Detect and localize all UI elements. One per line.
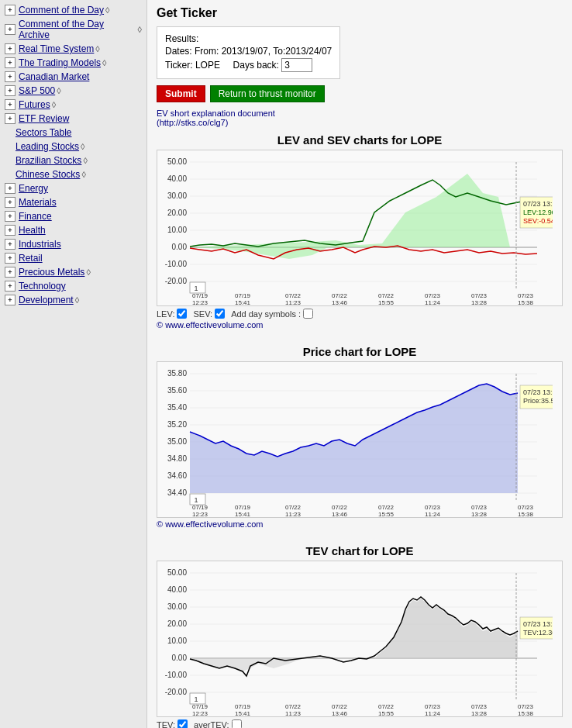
avertev-checkbox-label: averTEV: [194, 719, 241, 728]
sidebar-item-canadian-market[interactable]: +Canadian Market [0, 70, 146, 84]
svg-text:07/22: 07/22 [285, 292, 302, 299]
sidebar-label-canadian-market: Canadian Market [19, 71, 89, 82]
svg-text:13:46: 13:46 [332, 710, 348, 716]
svg-text:07/23 13:56:: 07/23 13:56: [523, 388, 553, 396]
svg-text:07/22: 07/22 [378, 292, 395, 299]
sidebar-item-health[interactable]: +Health [0, 223, 146, 237]
sidebar-item-comment-of-day[interactable]: +Comment of the Day ◊ [0, 3, 146, 17]
svg-text:12:23: 12:23 [192, 511, 208, 517]
sidebar-suffix-comment-archive: ◊ [138, 25, 142, 34]
svg-text:LEV:12.906: LEV:12.906 [523, 209, 553, 216]
sidebar-suffix-brazilian-stocks: ◊ [83, 156, 87, 165]
svg-text:07/19: 07/19 [192, 703, 208, 710]
days-back-input[interactable] [281, 58, 312, 72]
sidebar-item-development[interactable]: +Development ◊ [0, 293, 146, 307]
sidebar-icon-sp500: + [5, 85, 16, 96]
svg-text:40.00: 40.00 [167, 174, 187, 183]
sidebar-item-chinese-stocks[interactable]: Chinese Stocks ◊ [0, 167, 146, 181]
sev-checkbox[interactable] [215, 309, 225, 319]
sidebar-icon-etf-review: + [5, 113, 16, 124]
lev-sev-chart-footer: LEV: SEV: Add day symbols : [157, 309, 563, 319]
avertev-checkbox[interactable] [232, 719, 242, 728]
sidebar-item-real-time-system[interactable]: +Real Time System ◊ [0, 42, 146, 56]
svg-text:07/22: 07/22 [285, 703, 302, 710]
sidebar-item-sectors-table[interactable]: Sectors Table [0, 126, 146, 140]
add-day-checkbox-label: Add day symbols : [231, 309, 313, 319]
svg-marker-58 [190, 384, 518, 493]
sidebar-item-retail[interactable]: +Retail [0, 251, 146, 265]
sidebar-icon-technology: + [5, 281, 16, 292]
lev-sev-chart-section: LEV and SEV charts for LOPE 50.00 40.00 … [157, 133, 563, 329]
svg-text:07/23: 07/23 [518, 703, 534, 710]
svg-text:13:46: 13:46 [332, 299, 348, 305]
svg-text:-20.00: -20.00 [165, 688, 188, 696]
sidebar-icon-comment-archive: + [5, 24, 16, 35]
sidebar-label-retail: Retail [19, 253, 43, 264]
sidebar-item-energy[interactable]: +Energy [0, 181, 146, 195]
submit-button[interactable]: Submit [157, 85, 205, 102]
sidebar: +Comment of the Day ◊+Comment of the Day… [0, 0, 147, 728]
results-box: Results: Dates: From: 2013/19/07, To:201… [157, 26, 340, 79]
sidebar-label-finance: Finance [19, 211, 52, 222]
sidebar-item-comment-archive[interactable]: +Comment of the Day Archive ◊ [0, 17, 146, 42]
sev-checkbox-label: SEV: [193, 309, 225, 319]
lev-sev-chart-container: 50.00 40.00 30.00 20.00 10.00 0.00 -10.0… [157, 150, 563, 306]
sidebar-label-sp500: S&P 500 [19, 85, 55, 96]
sidebar-item-etf-review[interactable]: +ETF Review [0, 112, 146, 126]
add-day-checkbox[interactable] [303, 309, 313, 319]
svg-text:11:23: 11:23 [285, 710, 302, 716]
svg-text:30.00: 30.00 [167, 602, 187, 611]
sidebar-item-materials[interactable]: +Materials [0, 195, 146, 209]
svg-text:35.00: 35.00 [167, 437, 187, 446]
svg-text:35.60: 35.60 [167, 386, 187, 395]
sidebar-label-industrials: Industrials [19, 239, 61, 250]
sidebar-item-sp500[interactable]: +S&P 500 ◊ [0, 84, 146, 98]
sidebar-icon-health: + [5, 225, 16, 236]
sidebar-item-leading-stocks[interactable]: Leading Stocks ◊ [0, 140, 146, 154]
ev-explanation-link[interactable]: EV short explanation document (http://st… [157, 109, 563, 127]
svg-text:07/19: 07/19 [192, 504, 208, 511]
sidebar-suffix-trading-models: ◊ [102, 58, 106, 67]
sidebar-suffix-comment-of-day: ◊ [105, 5, 109, 15]
lev-checkbox[interactable] [177, 309, 187, 319]
sidebar-item-industrials[interactable]: +Industrials [0, 237, 146, 251]
svg-text:50.00: 50.00 [167, 157, 187, 166]
sidebar-label-chinese-stocks: Chinese Stocks [16, 169, 80, 180]
sidebar-label-brazilian-stocks: Brazilian Stocks [16, 155, 81, 166]
svg-text:12:23: 12:23 [192, 299, 208, 305]
results-label: Results: [165, 33, 332, 44]
lev-sev-chart-title: LEV and SEV charts for LOPE [157, 133, 563, 147]
sidebar-icon-comment-of-day: + [5, 5, 16, 16]
sidebar-item-finance[interactable]: +Finance [0, 209, 146, 223]
svg-text:07/22: 07/22 [378, 504, 395, 511]
svg-text:15:41: 15:41 [235, 511, 251, 517]
tev-checkbox[interactable] [177, 719, 188, 728]
svg-marker-18 [190, 247, 328, 259]
svg-text:35.20: 35.20 [167, 420, 187, 429]
svg-text:11:23: 11:23 [285, 511, 302, 517]
svg-text:10.00: 10.00 [167, 226, 187, 234]
sidebar-item-technology[interactable]: +Technology [0, 279, 146, 293]
page-title: Get Ticker [157, 6, 563, 20]
svg-text:20.00: 20.00 [167, 209, 187, 217]
svg-text:40.00: 40.00 [167, 585, 187, 594]
sidebar-label-technology: Technology [19, 281, 66, 292]
svg-text:0.00: 0.00 [172, 654, 188, 662]
sidebar-item-brazilian-stocks[interactable]: Brazilian Stocks ◊ [0, 154, 146, 167]
price-chart-title: Price chart for LOPE [157, 345, 563, 358]
tev-label: TEV: [157, 720, 175, 729]
sidebar-icon-industrials: + [5, 239, 16, 250]
sidebar-icon-energy: + [5, 183, 16, 194]
return-button[interactable]: Return to thrust monitor [210, 85, 325, 102]
lev-checkbox-label: LEV: [157, 309, 187, 319]
sidebar-item-futures[interactable]: +Futures ◊ [0, 98, 146, 112]
svg-text:TEV:12.364: TEV:12.364 [523, 629, 553, 637]
svg-text:07/23: 07/23 [471, 292, 488, 299]
sidebar-item-precious-metals[interactable]: +Precious Metals ◊ [0, 265, 146, 279]
svg-text:-10.00: -10.00 [165, 260, 188, 268]
svg-text:12:23: 12:23 [192, 710, 208, 716]
tev-checkbox-label: TEV: [157, 719, 188, 728]
sidebar-item-trading-models[interactable]: +The Trading Models ◊ [0, 56, 146, 70]
svg-text:10.00: 10.00 [167, 637, 187, 645]
svg-text:07/23: 07/23 [425, 292, 441, 299]
